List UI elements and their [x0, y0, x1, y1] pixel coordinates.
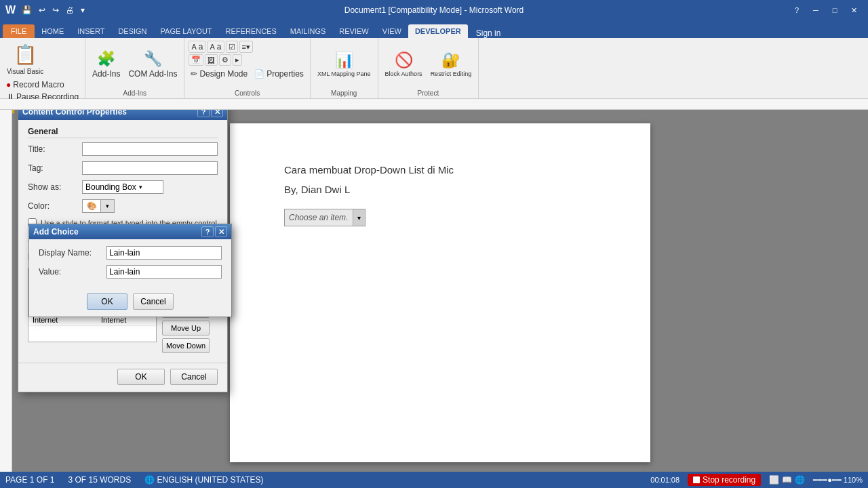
- tab-home[interactable]: HOME: [35, 24, 71, 38]
- document-page: Cara membuat Drop-Down List di Mic By, D…: [230, 123, 650, 462]
- checkbox-btn[interactable]: ☑: [226, 41, 238, 53]
- tab-view[interactable]: VIEW: [376, 24, 408, 38]
- maximize-btn[interactable]: □: [826, 3, 844, 17]
- zoom-slider[interactable]: ━━━●━━ 110%: [813, 476, 863, 485]
- tag-row: Tag:: [28, 161, 218, 175]
- title-input[interactable]: [82, 142, 218, 156]
- add-ins-btn[interactable]: 🧩 Add-Ins: [90, 49, 123, 80]
- title-row: Title:: [28, 142, 218, 156]
- tab-references[interactable]: REFERENCES: [219, 24, 283, 38]
- addins-group-label: Add-Ins: [123, 89, 146, 97]
- customize-qa-btn[interactable]: ▾: [79, 4, 87, 16]
- aa2-btn[interactable]: Aa: [207, 41, 224, 53]
- ccp-help-btn[interactable]: ?: [197, 110, 210, 117]
- tab-file[interactable]: FILE: [3, 24, 35, 38]
- ribbon-group-addins: 🧩 Add-Ins 🔧 COM Add-Ins Add-Ins: [85, 38, 184, 98]
- ac-close-btn[interactable]: ✕: [215, 226, 227, 237]
- print-layout-icon[interactable]: ⬜: [769, 475, 779, 485]
- ribbon-tabs: FILE HOME INSERT DESIGN PAGE LAYOUT REFE…: [0, 20, 868, 38]
- ccp-ok-btn[interactable]: OK: [117, 369, 165, 385]
- properties-btn[interactable]: 📄 Properties: [252, 68, 306, 79]
- design-mode-btn[interactable]: ✏ Design Mode: [189, 68, 250, 79]
- show-as-row: Show as: Bounding Box ▾: [28, 180, 218, 194]
- move-down-btn[interactable]: Move Down: [162, 338, 210, 353]
- print-qa-btn[interactable]: 🖨: [64, 4, 76, 16]
- redo-qa-btn[interactable]: ↪: [50, 4, 61, 16]
- restrict-editing-btn[interactable]: 🔐 Restrict Editing: [428, 50, 475, 79]
- com-add-ins-btn[interactable]: 🔧 COM Add-Ins: [125, 49, 180, 80]
- doc-area: Cara membuat Drop-Down List di Mic By, D…: [0, 110, 868, 472]
- stop-recording-btn[interactable]: Stop recording: [688, 474, 761, 486]
- vertical-ruler: [0, 110, 12, 472]
- tab-mailings[interactable]: MAILINGS: [283, 24, 333, 38]
- doc-content: Cara membuat Drop-Down List di Mic By, D…: [12, 110, 868, 472]
- color-label: Color:: [28, 201, 82, 211]
- combobox-btn[interactable]: ≡▾: [239, 41, 253, 53]
- undo-qa-btn[interactable]: ↩: [37, 4, 47, 16]
- word-logo-icon: W: [5, 4, 16, 16]
- record-macro-btn[interactable]: ● Record Macro: [4, 79, 81, 90]
- tab-design[interactable]: DESIGN: [111, 24, 153, 38]
- ac-ok-btn[interactable]: OK: [87, 293, 127, 310]
- tab-review[interactable]: REVIEW: [332, 24, 375, 38]
- xml-mapping-btn[interactable]: 📊 XML Mapping Pane: [315, 50, 374, 79]
- visual-basic-btn[interactable]: 📋 Visual Basic: [4, 41, 46, 78]
- tab-developer[interactable]: DEVELOPER: [408, 24, 468, 38]
- properties-icon: 📄: [254, 69, 264, 79]
- show-as-select[interactable]: Bounding Box ▾: [82, 180, 163, 194]
- help-btn[interactable]: ?: [788, 3, 806, 17]
- color-dropdown-btn[interactable]: ▾: [101, 199, 115, 213]
- sign-in-btn[interactable]: Sign in: [468, 28, 509, 38]
- tab-insert[interactable]: INSERT: [71, 24, 111, 38]
- ribbon: 📋 Visual Basic ● Record Macro ⏸ Pause Re…: [0, 38, 868, 99]
- addins-content: 🧩 Add-Ins 🔧 COM Add-Ins: [90, 41, 180, 88]
- ac-help-btn[interactable]: ?: [201, 226, 214, 237]
- show-as-value: Bounding Box: [85, 182, 136, 192]
- ccp-cancel-btn[interactable]: Cancel: [170, 369, 218, 385]
- xml-icon: 📊: [335, 52, 353, 69]
- controls-content: Aa Aa ☑ ≡▾ 📅 🖼 ⚙ ▸ ✏ Design Mode: [189, 41, 305, 88]
- add-choice-titlebar: Add Choice ? ✕: [29, 224, 231, 239]
- read-mode-icon[interactable]: 📖: [782, 475, 792, 485]
- value-input[interactable]: [106, 265, 222, 279]
- picture-btn[interactable]: 🖼: [205, 54, 218, 66]
- dropdown-arrow-icon: ▾: [353, 209, 365, 226]
- controls-row3: ✏ Design Mode 📄 Properties: [189, 68, 305, 79]
- date-btn[interactable]: 📅: [189, 54, 203, 66]
- controls-rows: Aa Aa ☑ ≡▾ 📅 🖼 ⚙ ▸ ✏ Design Mode: [189, 41, 305, 79]
- tab-page-layout[interactable]: PAGE LAYOUT: [154, 24, 219, 38]
- visual-basic-icon: 📋: [14, 43, 37, 66]
- language-indicator: 🌐 ENGLISH (UNITED STATES): [144, 475, 263, 485]
- add-ins-icon: 🧩: [97, 50, 115, 68]
- tag-label: Tag:: [28, 163, 82, 173]
- ac-cancel-btn[interactable]: Cancel: [133, 293, 174, 310]
- block-authors-btn[interactable]: 🚫 Block Authors: [382, 50, 425, 79]
- aa-btn[interactable]: Aa: [189, 41, 205, 53]
- minimize-btn[interactable]: ─: [807, 3, 825, 17]
- ccp-close-btn[interactable]: ✕: [211, 110, 223, 117]
- horizontal-ruler: [0, 99, 868, 110]
- display-name-row: Display Name:: [39, 246, 222, 260]
- save-qa-btn[interactable]: 💾: [20, 4, 34, 16]
- mapping-content: 📊 XML Mapping Pane: [315, 41, 374, 88]
- page-title: Cara membuat Drop-Down List di Mic: [284, 164, 596, 176]
- general-section: General: [28, 127, 218, 138]
- ccp-footer: OK Cancel: [18, 363, 227, 392]
- move-up-btn[interactable]: Move Up: [162, 321, 210, 336]
- mapping-group-label: Mapping: [331, 89, 357, 97]
- stop-icon: [693, 476, 700, 483]
- legacy-btn[interactable]: ⚙: [219, 54, 231, 66]
- protect-group-label: Protect: [418, 89, 439, 97]
- tag-input[interactable]: [82, 161, 218, 175]
- recording-time: 00:01:08: [650, 476, 679, 484]
- dropdown-content-control[interactable]: Choose an item. ▾: [284, 209, 366, 226]
- titlebar: W 💾 ↩ ↪ 🖨 ▾ Document1 [Compatibility Mod…: [0, 0, 868, 20]
- stop-recording-label: Stop recording: [703, 475, 755, 485]
- close-btn[interactable]: ✕: [845, 3, 863, 17]
- more-btn[interactable]: ▸: [233, 54, 242, 66]
- value-row: Value:: [39, 265, 222, 279]
- color-picker-btn[interactable]: 🎨: [82, 199, 101, 213]
- title-label: Title:: [28, 144, 82, 154]
- web-layout-icon[interactable]: 🌐: [795, 475, 805, 485]
- display-name-input[interactable]: [106, 246, 222, 260]
